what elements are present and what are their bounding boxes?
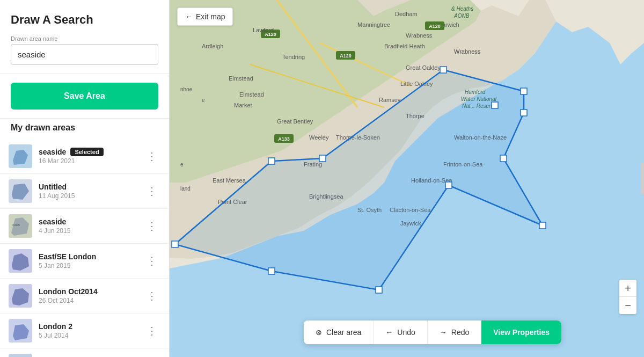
redo-label: Redo	[451, 328, 469, 337]
area-name-row: London 2	[39, 322, 143, 331]
save-area-button[interactable]: Save Area	[11, 83, 158, 110]
svg-rect-73	[268, 268, 275, 274]
area-menu-button[interactable]: ⋮	[143, 149, 160, 164]
svg-text:Elmstead: Elmstead	[229, 75, 253, 82]
svg-text:Dedham: Dedham	[395, 11, 418, 17]
list-item[interactable]: Peterb seaside 4 Jun 2015 ⋮	[0, 209, 169, 244]
area-name-text: seaside	[39, 148, 66, 156]
svg-text:AONB: AONB	[453, 13, 470, 19]
area-menu-button[interactable]: ⋮	[143, 218, 160, 234]
svg-text:Lawford: Lawford	[253, 27, 274, 33]
svg-text:Peterb: Peterb	[12, 223, 20, 227]
view-properties-button[interactable]: View Properties	[481, 320, 561, 344]
area-date: 5 Jul 2014	[39, 332, 143, 339]
svg-text:Tendring: Tendring	[282, 54, 305, 60]
undo-button[interactable]: ← Undo	[374, 320, 427, 344]
area-menu-button[interactable]: ⋮	[143, 253, 160, 268]
area-date: 26 Oct 2014	[39, 297, 143, 304]
area-info: East/SE London 5 Jan 2015	[39, 252, 143, 269]
svg-rect-72	[376, 287, 382, 293]
clear-icon: ⊗	[316, 328, 322, 337]
area-name-row: seaside	[39, 217, 143, 226]
area-info: seaside 4 Jun 2015	[39, 217, 143, 235]
svg-text:Great Bentley: Great Bentley	[277, 118, 313, 125]
area-list: seaside Selected 16 Mar 2021 ⋮ Untitled …	[0, 139, 169, 357]
area-info: Untitled 11 Aug 2015	[39, 183, 143, 200]
area-name-text: East/SE London	[39, 252, 96, 261]
area-name-row: London Oct2014	[39, 287, 143, 296]
map-toolbar: ⊗ Clear area ← Undo → Redo View Properti…	[304, 320, 561, 344]
list-item[interactable]: London 2 5 Jul 2014 ⋮	[0, 314, 169, 348]
area-date: 4 Jun 2015	[39, 227, 143, 235]
area-menu-button[interactable]: ⋮	[143, 184, 160, 199]
clear-area-label: Clear area	[326, 328, 361, 337]
undo-label: Undo	[397, 328, 415, 337]
area-thumbnail	[9, 319, 32, 343]
thumbnail-svg	[9, 144, 32, 168]
svg-text:A120: A120	[429, 24, 441, 29]
svg-rect-66	[440, 67, 447, 73]
zoom-out-button[interactable]: −	[619, 297, 636, 314]
zoom-controls: + −	[619, 280, 636, 314]
clear-area-button[interactable]: ⊗ Clear area	[304, 320, 374, 344]
area-date: 16 Mar 2021	[39, 157, 143, 165]
area-thumbnail	[9, 354, 32, 357]
area-thumbnail	[9, 179, 32, 203]
exit-map-button[interactable]: ← Exit map	[177, 8, 233, 26]
svg-text:East Mersea: East Mersea	[213, 177, 246, 184]
area-thumbnail	[9, 284, 32, 308]
svg-text:Elmstead: Elmstead	[239, 91, 264, 98]
area-name-section: Drawn area name	[0, 35, 169, 74]
list-item[interactable]: London Oct2014 26 Oct 2014 ⋮	[0, 279, 169, 314]
svg-rect-77	[492, 102, 498, 108]
svg-text:Ramsey: Ramsey	[379, 97, 401, 103]
svg-rect-67	[521, 88, 527, 94]
area-date: 5 Jan 2015	[39, 262, 143, 269]
list-item[interactable]: Untitled 11 Aug 2015 ⋮	[0, 174, 169, 209]
redo-button[interactable]: → Redo	[428, 320, 481, 344]
svg-rect-69	[500, 155, 507, 162]
svg-text:land: land	[180, 186, 191, 192]
area-menu-button[interactable]: ⋮	[143, 323, 160, 338]
undo-arrow-icon: ←	[385, 328, 393, 337]
svg-rect-74	[172, 241, 178, 247]
area-name-input[interactable]	[11, 44, 158, 65]
scroll-indicator	[641, 163, 644, 195]
svg-text:A133: A133	[278, 136, 290, 142]
selected-badge: Selected	[70, 148, 103, 156]
svg-text:Market: Market	[234, 102, 252, 108]
area-info: seaside Selected 16 Mar 2021	[39, 148, 143, 165]
back-arrow-icon: ←	[185, 12, 193, 21]
svg-rect-75	[268, 158, 275, 164]
list-item[interactable]: East/SE London 5 Jan 2015 ⋮	[0, 244, 169, 279]
svg-text:Great Oakley: Great Oakley	[406, 64, 441, 71]
svg-text:nhoe: nhoe	[180, 86, 193, 92]
area-name-row: Untitled	[39, 183, 143, 191]
zoom-in-button[interactable]: +	[619, 280, 636, 297]
view-properties-label: View Properties	[493, 328, 550, 337]
area-name-text: London 2	[39, 322, 72, 331]
my-drawn-areas-title: My drawn areas	[0, 118, 169, 139]
svg-rect-76	[319, 155, 326, 162]
list-item[interactable]: london i think i would like ⋮	[0, 348, 169, 357]
svg-text:Bradfield Heath: Bradfield Heath	[384, 43, 425, 49]
thumbnail-svg	[9, 179, 32, 203]
svg-text:Weeley: Weeley	[309, 134, 329, 141]
svg-rect-13	[9, 354, 32, 357]
redo-arrow-icon: →	[440, 328, 447, 337]
area-menu-button[interactable]: ⋮	[143, 288, 160, 303]
thumbnail-svg	[9, 354, 32, 357]
exit-map-label: Exit map	[196, 12, 225, 21]
svg-text:Wrabness: Wrabness	[454, 48, 481, 55]
map-background: A120 A120 A133 Ardleigh nhoe e e land Ea…	[170, 0, 644, 357]
thumbnail-svg	[9, 319, 32, 343]
area-name-row: East/SE London	[39, 252, 143, 261]
area-name-row: seaside Selected	[39, 148, 143, 156]
area-thumbnail	[9, 144, 32, 168]
thumbnail-svg	[9, 249, 32, 273]
map-area[interactable]: A120 A120 A133 Ardleigh nhoe e e land Ea…	[170, 0, 644, 357]
area-name-label: Drawn area name	[11, 35, 158, 42]
list-item[interactable]: seaside Selected 16 Mar 2021 ⋮	[0, 139, 169, 174]
area-name-text: Untitled	[39, 183, 67, 191]
area-name-text: seaside	[39, 217, 66, 226]
